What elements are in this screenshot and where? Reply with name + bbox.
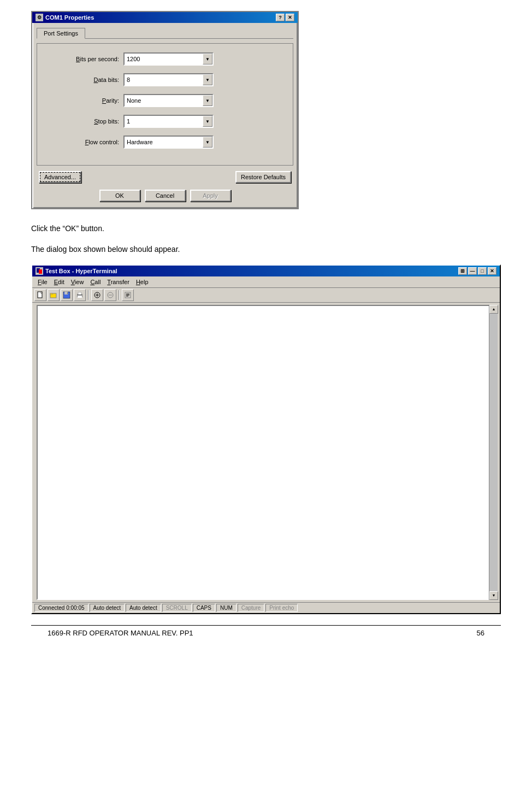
dialog-titlebar: ⚙ COM1 Properties ? ✕ <box>32 12 298 23</box>
footer-right: 56 <box>477 629 484 637</box>
hyper-terminal-window: Test Box - HyperTerminal ⊞ — □ ✕ File Ed… <box>31 264 501 614</box>
cancel-button[interactable]: Cancel <box>145 190 186 202</box>
stop-bits-dropdown-btn[interactable]: ▼ <box>203 116 212 127</box>
menu-call[interactable]: Call <box>87 278 104 286</box>
dialog-help-button[interactable]: ? <box>276 14 285 21</box>
hyper-restore-button[interactable]: ⊞ <box>458 267 467 275</box>
hyper-terminal-icon <box>36 267 43 275</box>
toolbar-connect-btn[interactable] <box>91 289 103 301</box>
restore-defaults-button[interactable]: Restore Defaults <box>235 171 291 183</box>
status-scroll: SCROLL <box>162 604 192 612</box>
toolbar-open-btn[interactable] <box>48 289 60 301</box>
toolbar-save-btn[interactable] <box>61 289 73 301</box>
stop-bits-select[interactable]: 1 ▼ <box>123 115 214 128</box>
toolbar-disconnect-btn[interactable] <box>104 289 116 301</box>
status-capture: Capture <box>238 604 265 612</box>
instruction-1: Click the “OK” button. <box>31 222 501 234</box>
flow-control-value: Hardware <box>125 138 203 146</box>
menu-help[interactable]: Help <box>133 278 152 286</box>
hyper-title: Test Box - HyperTerminal <box>45 268 117 274</box>
hyper-menubar: File Edit View Call Transfer Help <box>32 276 500 288</box>
svg-rect-10 <box>78 292 81 295</box>
vertical-scrollbar[interactable]: ▲ ▼ <box>489 305 498 600</box>
parity-select[interactable]: None ▼ <box>123 94 214 107</box>
toolbar-separator-2 <box>119 290 120 300</box>
hyper-toolbar <box>32 288 500 303</box>
toolbar-properties-btn[interactable] <box>122 289 134 301</box>
flow-control-dropdown-btn[interactable]: ▼ <box>203 137 212 148</box>
svg-rect-5 <box>50 293 52 295</box>
scroll-down-arrow[interactable]: ▼ <box>489 591 498 600</box>
scroll-track <box>489 314 498 591</box>
status-caps: CAPS <box>193 604 215 612</box>
status-num: NUM <box>216 604 237 612</box>
bits-per-second-dropdown-btn[interactable]: ▼ <box>203 54 212 64</box>
menu-view[interactable]: View <box>68 278 87 286</box>
toolbar-print-btn[interactable] <box>74 289 86 301</box>
stop-bits-value: 1 <box>125 117 203 125</box>
dialog-close-button[interactable]: ✕ <box>286 14 294 21</box>
flow-control-select[interactable]: Hardware ▼ <box>123 136 214 149</box>
status-print-echo: Print echo <box>265 604 298 612</box>
flow-control-row: Flow control: Hardware ▼ <box>48 136 282 149</box>
bits-per-second-value: 1200 <box>125 55 203 63</box>
ok-button[interactable]: OK <box>99 190 140 202</box>
bits-per-second-row: Bits per second: 1200 ▼ <box>48 52 282 66</box>
footer-left: 1669-R RFD OPERATOR MANUAL REV. PP1 <box>48 629 193 637</box>
dialog-title: COM1 Properties <box>45 14 94 21</box>
status-autodetect-2: Auto detect <box>126 604 161 612</box>
data-bits-value: 8 <box>125 76 203 84</box>
terminal-area-wrapper: ▲ ▼ <box>34 305 498 600</box>
hyper-minimize-button[interactable]: — <box>468 267 477 275</box>
bits-per-second-select[interactable]: 1200 ▼ <box>123 52 214 66</box>
data-bits-row: Data bits: 8 ▼ <box>48 73 282 86</box>
data-bits-dropdown-btn[interactable]: ▼ <box>203 74 212 85</box>
advanced-button[interactable]: Advanced... <box>39 171 81 183</box>
port-settings-tab[interactable]: Port Settings <box>37 28 85 39</box>
data-bits-select[interactable]: 8 ▼ <box>123 73 214 86</box>
com1-properties-dialog: ⚙ COM1 Properties ? ✕ Port Settings Bits… <box>31 11 299 209</box>
dialog-title-icon: ⚙ <box>36 14 43 21</box>
apply-button[interactable]: Apply <box>190 190 231 202</box>
parity-dropdown-btn[interactable]: ▼ <box>203 95 212 106</box>
toolbar-separator-1 <box>88 290 89 300</box>
hyper-titlebar: Test Box - HyperTerminal ⊞ — □ ✕ <box>32 266 500 276</box>
parity-row: Parity: None ▼ <box>48 94 282 107</box>
parity-value: None <box>125 97 203 104</box>
stop-bits-label: Stop bits: <box>48 118 119 125</box>
scroll-up-arrow[interactable]: ▲ <box>489 305 498 314</box>
toolbar-new-btn[interactable] <box>34 289 46 301</box>
svg-rect-11 <box>78 296 82 298</box>
menu-edit[interactable]: Edit <box>51 278 68 286</box>
data-bits-label: Data bits: <box>48 76 119 83</box>
hyper-statusbar: Connected 0:00:05 Auto detect Auto detec… <box>32 602 500 613</box>
page-footer: 1669-R RFD OPERATOR MANUAL REV. PP1 56 <box>31 625 501 640</box>
terminal-area[interactable] <box>37 305 495 600</box>
svg-rect-8 <box>67 292 68 294</box>
settings-panel: Bits per second: 1200 ▼ Data bits: 8 ▼ <box>37 43 293 166</box>
flow-control-label: Flow control: <box>48 139 119 145</box>
parity-label: Parity: <box>48 97 119 104</box>
hyper-maximize-button[interactable]: □ <box>478 267 487 275</box>
bits-per-second-label: Bits per second: <box>48 56 119 62</box>
status-connected: Connected 0:00:05 <box>34 604 88 612</box>
hyper-close-button[interactable]: ✕ <box>488 267 496 275</box>
menu-transfer[interactable]: Transfer <box>104 278 133 286</box>
instruction-2: The dialog box shown below should appear… <box>31 243 501 255</box>
menu-file[interactable]: File <box>34 278 51 286</box>
status-autodetect-1: Auto detect <box>90 604 125 612</box>
stop-bits-row: Stop bits: 1 ▼ <box>48 115 282 128</box>
svg-rect-2 <box>39 269 42 274</box>
